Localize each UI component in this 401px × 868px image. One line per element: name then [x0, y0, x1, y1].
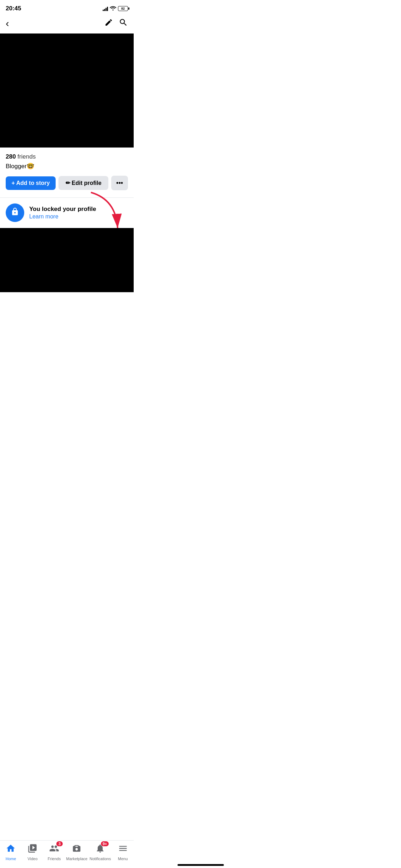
cover-photo — [0, 26, 134, 148]
learn-more-link[interactable]: Learn more — [29, 213, 58, 219]
edit-icon[interactable] — [104, 18, 113, 29]
lock-icon-circle — [6, 203, 24, 222]
back-button[interactable]: ‹ — [6, 18, 9, 29]
more-options-button[interactable]: ••• — [111, 176, 128, 190]
profile-info: 280 friends Blogger🤓 + Add to story ✏ Ed… — [0, 148, 134, 190]
status-bar: 20:45 82 — [0, 0, 134, 15]
action-buttons: + Add to story ✏ Edit profile ••• — [6, 176, 128, 190]
battery-icon: 82 — [118, 6, 128, 11]
lock-text: You locked your profile Learn more — [29, 206, 96, 220]
content-area — [0, 228, 134, 292]
profile-section: 280 friends Blogger🤓 + Add to story ✏ Ed… — [0, 148, 134, 228]
signal-icon — [103, 6, 108, 11]
friends-count: 280 friends — [6, 153, 128, 160]
lock-icon — [11, 207, 19, 218]
status-icons: 82 — [103, 6, 128, 12]
nav-right-icons — [104, 18, 128, 29]
wifi-icon — [110, 6, 116, 12]
add-to-story-button[interactable]: + Add to story — [6, 176, 56, 190]
status-time: 20:45 — [6, 5, 21, 12]
lock-title: You locked your profile — [29, 206, 96, 213]
search-icon[interactable] — [119, 18, 128, 29]
top-nav: ‹ — [0, 15, 134, 33]
bio-text: Blogger🤓 — [6, 162, 128, 170]
bottom-spacer — [0, 292, 134, 321]
lock-profile-banner: You locked your profile Learn more — [0, 197, 134, 228]
edit-profile-button[interactable]: ✏ Edit profile — [58, 176, 108, 190]
